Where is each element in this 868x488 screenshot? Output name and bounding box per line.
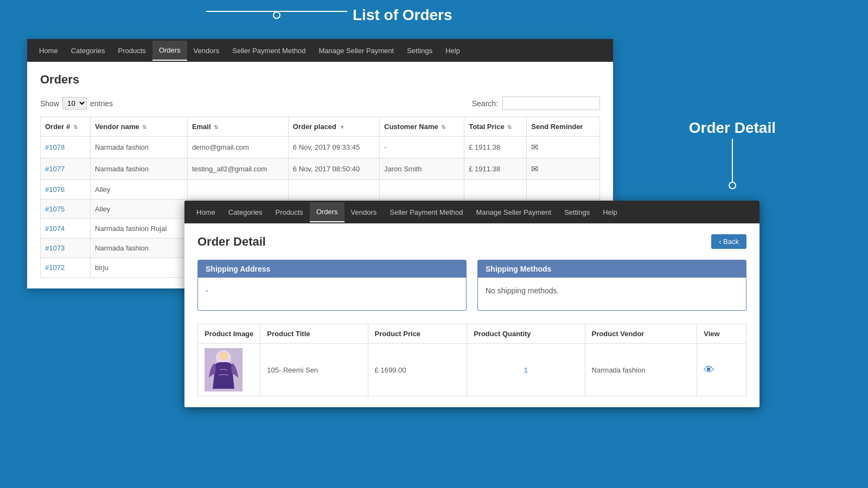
search-label: Search: bbox=[472, 99, 498, 108]
shipping-methods-card: Shipping Methods No shipping methods. bbox=[477, 260, 746, 311]
shipping-methods-body: No shipping methods. bbox=[478, 278, 746, 310]
col-email: Email ⇅ bbox=[187, 117, 288, 137]
product-view-cell: 👁 bbox=[697, 344, 746, 396]
product-price-cell: £ 1699.00 bbox=[368, 344, 467, 396]
show-entries-container: Show 10 25 50 entries bbox=[40, 97, 113, 110]
order-link[interactable]: #1074 bbox=[45, 224, 65, 233]
price-cell: £ 1911.38 bbox=[469, 165, 500, 173]
shipping-address-body: - bbox=[198, 278, 466, 310]
order-detail-label-circle bbox=[729, 182, 736, 189]
vendor-cell: Narmada fashion bbox=[95, 143, 149, 151]
email-cell: testing_all2@gmail.com bbox=[192, 165, 267, 173]
show-label: Show bbox=[40, 99, 59, 108]
col-send-reminder: Send Reminder bbox=[527, 117, 600, 137]
orders-nav: HomeCategoriesProductsOrdersVendorsSelle… bbox=[27, 39, 613, 62]
col-product-quantity: Product Quantity bbox=[467, 324, 585, 344]
products-table: Product Image Product Title Product Pric… bbox=[197, 324, 746, 396]
products-table-header-row: Product Image Product Title Product Pric… bbox=[198, 324, 746, 344]
nav-item-help[interactable]: Help bbox=[439, 41, 467, 60]
product-image bbox=[205, 348, 242, 391]
main-label-container: List of Orders bbox=[206, 11, 452, 24]
orders-table-head: Order # ⇅ Vendor name ⇅ Email ⇅ Order pl… bbox=[41, 117, 600, 137]
order-link[interactable]: #1075 bbox=[45, 205, 65, 213]
date-cell: 6 Nov, 2017 09:33:45 bbox=[293, 143, 360, 151]
shipping-address-value: - bbox=[206, 286, 208, 295]
customer-cell: Jaron Smith bbox=[384, 165, 422, 173]
nav-item-home[interactable]: Home bbox=[33, 41, 65, 60]
col-order-num: Order # ⇅ bbox=[41, 117, 91, 137]
order-link[interactable]: #1076 bbox=[45, 185, 65, 194]
nav-item-products[interactable]: Products bbox=[269, 203, 310, 222]
col-product-price: Product Price bbox=[368, 324, 467, 344]
table-row: #1077Narmada fashiontesting_all2@gmail.c… bbox=[41, 158, 600, 180]
table-row: #1078Narmada fashiondemo@gmail.com6 Nov,… bbox=[41, 137, 600, 158]
nav-item-home[interactable]: Home bbox=[190, 203, 222, 222]
search-area: Search: bbox=[472, 97, 600, 110]
order-link[interactable]: #1078 bbox=[45, 143, 65, 151]
nav-item-vendors[interactable]: Vendors bbox=[187, 41, 226, 60]
table-row: #1076Alley bbox=[41, 180, 600, 200]
nav-item-orders[interactable]: Orders bbox=[310, 202, 344, 222]
order-detail-label-container: Order Detail bbox=[689, 119, 776, 189]
nav-item-manage-seller-payment[interactable]: Manage Seller Payment bbox=[312, 41, 400, 60]
nav-item-orders[interactable]: Orders bbox=[152, 41, 187, 61]
products-table-head: Product Image Product Title Product Pric… bbox=[198, 324, 746, 344]
product-vendor-cell: Narmada fashion bbox=[585, 344, 697, 396]
col-customer-name: Customer Name ⇅ bbox=[380, 117, 464, 137]
product-image-cell bbox=[198, 344, 260, 396]
email-cell: demo@gmail.com bbox=[192, 143, 249, 151]
nav-item-help[interactable]: Help bbox=[596, 203, 624, 222]
shipping-address-card: Shipping Address - bbox=[197, 260, 467, 311]
vendor-cell: Narmada fashion bbox=[95, 165, 149, 173]
entries-label: entries bbox=[90, 99, 113, 108]
table-controls: Show 10 25 50 entries Search: bbox=[40, 97, 600, 110]
shipping-methods-header: Shipping Methods bbox=[478, 260, 746, 278]
vendor-cell: Alley bbox=[95, 205, 110, 213]
order-link[interactable]: #1073 bbox=[45, 244, 65, 252]
nav-item-settings[interactable]: Settings bbox=[558, 203, 596, 222]
search-input[interactable] bbox=[502, 97, 600, 110]
col-product-vendor: Product Vendor bbox=[585, 324, 697, 344]
vendor-cell: birju bbox=[95, 264, 108, 272]
shipping-address-header: Shipping Address bbox=[198, 260, 466, 278]
reminder-icon[interactable]: ✉ bbox=[531, 164, 538, 174]
order-link[interactable]: #1077 bbox=[45, 165, 65, 173]
nav-item-categories[interactable]: Categories bbox=[222, 203, 269, 222]
nav-item-manage-seller-payment[interactable]: Manage Seller Payment bbox=[469, 203, 558, 222]
view-icon[interactable]: 👁 bbox=[704, 364, 714, 376]
order-link[interactable]: #1072 bbox=[45, 264, 65, 272]
main-label-text: List of Orders bbox=[353, 7, 452, 24]
product-row: 105- Reemi Sen £ 1699.00 1 Narmada fashi… bbox=[198, 344, 746, 396]
nav-item-categories[interactable]: Categories bbox=[65, 41, 112, 60]
customer-cell: - bbox=[384, 143, 386, 151]
col-total-price: Total Price ⇅ bbox=[464, 117, 527, 137]
reminder-icon[interactable]: ✉ bbox=[531, 143, 538, 152]
order-detail-title: Order Detail bbox=[197, 235, 266, 249]
nav-item-vendors[interactable]: Vendors bbox=[344, 203, 384, 222]
vendor-cell: Alley bbox=[95, 185, 110, 194]
order-detail-label-text: Order Detail bbox=[689, 119, 776, 137]
col-product-title: Product Title bbox=[260, 324, 368, 344]
main-label-circle bbox=[273, 11, 280, 19]
orders-table-header-row: Order # ⇅ Vendor name ⇅ Email ⇅ Order pl… bbox=[41, 117, 600, 137]
nav-item-products[interactable]: Products bbox=[112, 41, 152, 60]
nav-item-seller-payment-method[interactable]: Seller Payment Method bbox=[226, 41, 312, 60]
products-table-body: 105- Reemi Sen £ 1699.00 1 Narmada fashi… bbox=[198, 344, 746, 396]
back-button[interactable]: ‹ Back bbox=[711, 234, 746, 249]
main-label-line bbox=[206, 11, 347, 19]
address-row: Shipping Address - Shipping Methods No s… bbox=[197, 260, 746, 311]
entries-select[interactable]: 10 25 50 bbox=[62, 97, 87, 110]
product-title-cell: 105- Reemi Sen bbox=[260, 344, 368, 396]
price-cell: £ 1911.38 bbox=[469, 143, 500, 151]
date-cell: 6 Nov, 2017 08:50:40 bbox=[293, 165, 360, 173]
order-detail-window: HomeCategoriesProductsOrdersVendorsSelle… bbox=[184, 201, 760, 407]
svg-point-2 bbox=[219, 351, 228, 360]
nav-item-settings[interactable]: Settings bbox=[400, 41, 439, 60]
order-detail-body: Order Detail ‹ Back Shipping Address - S… bbox=[184, 223, 760, 407]
product-quantity-cell: 1 bbox=[467, 344, 585, 396]
nav-item-seller-payment-method[interactable]: Seller Payment Method bbox=[383, 203, 469, 222]
shipping-methods-value: No shipping methods. bbox=[486, 286, 559, 295]
vendor-cell: Narmada fashion bbox=[95, 244, 149, 252]
col-view: View bbox=[697, 324, 746, 344]
order-detail-header: Order Detail ‹ Back bbox=[197, 234, 746, 249]
